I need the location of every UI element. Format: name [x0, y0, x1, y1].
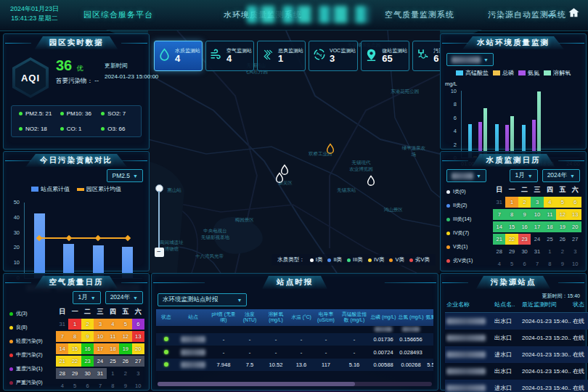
calendar-day[interactable]: 25: [107, 356, 119, 367]
calendar-day[interactable]: 8: [68, 331, 81, 342]
calendar-day[interactable]: 8: [107, 380, 119, 391]
calendar-day[interactable]: 4: [107, 319, 119, 330]
calendar-day[interactable]: 1: [505, 197, 518, 208]
year-select[interactable]: 2024年▼: [105, 291, 143, 304]
calendar-day[interactable]: 4: [56, 380, 68, 391]
calendar-day[interactable]: 7: [531, 258, 543, 269]
station-type-button-3[interactable]: VOC监测站3: [309, 41, 358, 71]
calendar-day[interactable]: 28: [56, 368, 68, 379]
calendar-day[interactable]: 9: [518, 209, 531, 220]
calendar-day[interactable]: 24: [94, 356, 106, 367]
calendar-day[interactable]: 5: [68, 380, 81, 391]
station-type-button-5[interactable]: 污染源监测6: [412, 41, 440, 71]
calendar-day[interactable]: 31: [531, 246, 543, 257]
calendar-day[interactable]: 13: [569, 209, 581, 220]
calendar-day[interactable]: 16: [518, 221, 531, 232]
home-icon[interactable]: [566, 7, 581, 21]
calendar-day[interactable]: 10: [132, 380, 144, 391]
calendar-day[interactable]: 23: [518, 234, 531, 245]
calendar-day[interactable]: 16: [81, 343, 94, 354]
calendar-day[interactable]: 8: [505, 209, 518, 220]
calendar-day[interactable]: 7: [94, 380, 106, 391]
station-type-button-4[interactable]: 微站监测站65: [361, 41, 409, 71]
calendar-day[interactable]: 9: [81, 331, 94, 342]
map-canvas[interactable]: 无锡惠山 飞凤牡丹园无锡湖东生态园东港花苑公园双桥工业园无锡现代 农业博览园绿羊…: [148, 30, 440, 273]
calendar-day[interactable]: 12: [556, 209, 568, 220]
calendar-day[interactable]: 4: [493, 258, 505, 269]
calendar-day[interactable]: 22: [505, 234, 518, 245]
calendar-day[interactable]: 18: [107, 343, 119, 354]
water-station-marker[interactable]: [274, 172, 284, 187]
calendar-day[interactable]: 3: [531, 197, 543, 208]
calendar-day[interactable]: 2: [81, 319, 94, 330]
calendar-day[interactable]: 8: [544, 258, 556, 269]
calendar-day[interactable]: 17: [94, 343, 106, 354]
calendar-day[interactable]: 25: [544, 234, 556, 245]
calendar-day[interactable]: 22: [68, 356, 81, 367]
calendar-day[interactable]: 30: [81, 368, 94, 379]
horizontal-scrollbar[interactable]: [158, 382, 432, 386]
calendar-day[interactable]: 3: [94, 319, 106, 330]
calendar-day[interactable]: 19: [119, 343, 131, 354]
calendar-day[interactable]: 5: [505, 258, 518, 269]
calendar-day[interactable]: 6: [518, 258, 531, 269]
zoom-slider-track[interactable]: [158, 191, 160, 248]
calendar-day[interactable]: 26: [556, 234, 568, 245]
calendar-day[interactable]: 28: [493, 246, 505, 257]
calendar-day[interactable]: 12: [119, 331, 131, 342]
calendar-day[interactable]: 29: [505, 246, 518, 257]
water-station-select[interactable]: ▼: [446, 53, 494, 66]
calendar-day[interactable]: 3: [569, 246, 581, 257]
calendar-day[interactable]: 2: [119, 368, 131, 379]
calendar-day[interactable]: 2: [556, 246, 568, 257]
calendar-day[interactable]: 21: [493, 234, 505, 245]
calendar-day[interactable]: 10: [94, 331, 106, 342]
pollutant-select[interactable]: PM2.5▼: [107, 169, 143, 182]
month-select[interactable]: 1月▼: [73, 291, 100, 304]
calendar-day[interactable]: 26: [119, 356, 131, 367]
month-select[interactable]: 1月▼: [510, 169, 537, 182]
calendar-day[interactable]: 17: [531, 221, 543, 232]
calendar-day[interactable]: 27: [132, 356, 144, 367]
calendar-day[interactable]: 19: [556, 221, 568, 232]
calendar-day[interactable]: 23: [81, 356, 94, 367]
calendar-day[interactable]: 6: [569, 197, 581, 208]
calendar-day[interactable]: 20: [569, 221, 581, 232]
calendar-day[interactable]: 5: [119, 319, 131, 330]
calendar-day[interactable]: 11: [544, 209, 556, 220]
calendar-day[interactable]: 7: [56, 331, 68, 342]
calendar-day[interactable]: 2: [518, 197, 531, 208]
calendar-day[interactable]: 11: [107, 331, 119, 342]
calendar-day[interactable]: 9: [119, 380, 131, 391]
calendar-day[interactable]: 1: [107, 368, 119, 379]
station-type-button-1[interactable]: 空气监测站4: [205, 41, 254, 71]
calendar-day[interactable]: 14: [56, 343, 68, 354]
back-icon[interactable]: ←: [544, 7, 559, 21]
calendar-day[interactable]: 14: [493, 221, 505, 232]
calendar-day[interactable]: 9: [556, 258, 568, 269]
calendar-day[interactable]: 27: [569, 234, 581, 245]
calendar-day[interactable]: 15: [505, 221, 518, 232]
calendar-day[interactable]: 4: [544, 197, 556, 208]
year-select[interactable]: 2024年▼: [542, 169, 580, 182]
calendar-day[interactable]: 20: [132, 343, 144, 354]
calendar-day[interactable]: 31: [94, 368, 106, 379]
water-station-marker[interactable]: [325, 143, 335, 158]
calendar-day[interactable]: 29: [68, 368, 81, 379]
calendar-day[interactable]: 7: [493, 209, 505, 220]
station-type-button-0[interactable]: 水质监测站4: [154, 41, 203, 71]
zoom-out-button[interactable]: −: [155, 248, 164, 257]
station-type-button-2[interactable]: 恶臭监测站1: [257, 41, 306, 71]
calendar-day[interactable]: 1: [68, 319, 81, 330]
calendar-day[interactable]: 10: [531, 209, 543, 220]
tab-2[interactable]: 空气质量监测系统: [385, 9, 454, 20]
calendar-day[interactable]: 5: [556, 197, 568, 208]
calendar-day[interactable]: 3: [132, 368, 144, 379]
calendar-day[interactable]: 30: [518, 246, 531, 257]
calendar-day[interactable]: 18: [544, 221, 556, 232]
report-type-select[interactable]: 水环境监测站点时报▼: [158, 293, 247, 306]
calendar-day[interactable]: 10: [569, 258, 581, 269]
calendar-day[interactable]: 6: [132, 319, 144, 330]
tab-0[interactable]: 园区综合服务平台: [83, 9, 153, 20]
calendar-day[interactable]: 15: [68, 343, 81, 354]
